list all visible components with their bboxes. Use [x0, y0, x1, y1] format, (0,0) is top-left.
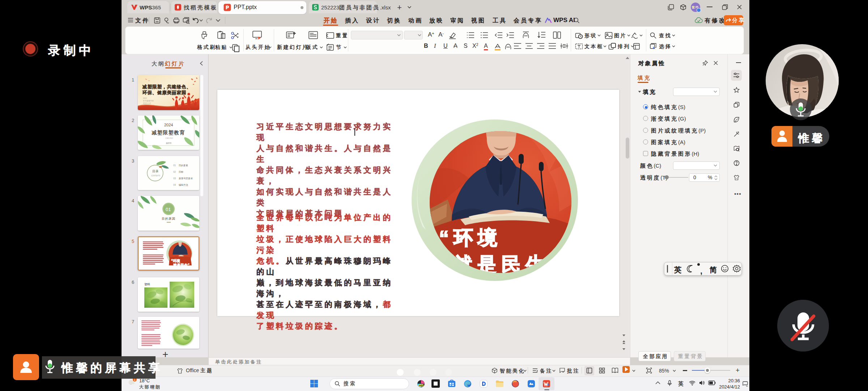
svg-text:“环境: “环境 [171, 259, 180, 263]
svg-text:01: 01 [173, 164, 176, 167]
svg-text:04: 04 [173, 184, 176, 186]
svg-text:PRE: PRE [419, 384, 424, 387]
svg-text:魏英明: 魏英明 [166, 142, 171, 144]
svg-text:环保、健康美丽家园: 环保、健康美丽家园 [142, 90, 187, 95]
svg-text:目的原因: 目的原因 [162, 217, 175, 220]
svg-text:质量与管要求: 质量与管要求 [179, 177, 193, 180]
svg-text:塑料: 塑料 [144, 283, 150, 286]
svg-text:02: 02 [173, 171, 176, 173]
svg-text:宣传健康环保: 宣传健康环保 [143, 100, 154, 102]
svg-text:减塑限塑，共建绿色、: 减塑限塑，共建绿色、 [142, 84, 191, 89]
svg-text:2024: 2024 [164, 123, 173, 127]
svg-text:主讲人简介: 主讲人简介 [165, 137, 174, 139]
svg-text:03: 03 [173, 177, 176, 180]
svg-text:就是民生”: 就是民生” [173, 263, 190, 267]
svg-text:2023: 2023 [143, 97, 147, 99]
svg-text:目标: 目标 [179, 171, 184, 173]
svg-text:编辑方法: 编辑方法 [179, 184, 188, 186]
svg-text:01: 01 [166, 207, 171, 212]
svg-text:目录: 目录 [152, 169, 159, 173]
svg-text:减塑限塑教育: 减塑限塑教育 [152, 130, 185, 135]
svg-text:2024.4.12: 2024.4.12 [143, 102, 151, 104]
svg-text:“环境: “环境 [439, 227, 502, 248]
svg-text:CONTENTS: CONTENTS [151, 175, 160, 177]
svg-text:目的要素: 目的要素 [179, 164, 188, 167]
